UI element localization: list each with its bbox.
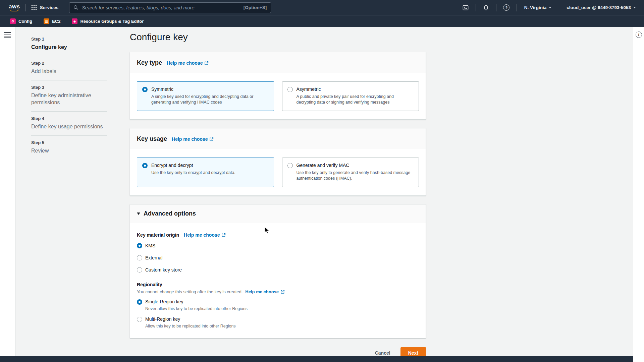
step-number: Step 1 bbox=[31, 36, 107, 42]
divider bbox=[476, 4, 476, 11]
option-description: Allow this key to be replicated into oth… bbox=[145, 323, 236, 329]
external-link-icon bbox=[209, 137, 214, 141]
key-type-option-symmetric[interactable]: Symmetric A single key used for encrypti… bbox=[137, 81, 274, 111]
step-number: Step 2 bbox=[31, 60, 107, 66]
key-material-option-kms[interactable]: KMS bbox=[137, 242, 419, 250]
favorite-label: Config bbox=[18, 19, 32, 24]
option-label: Multi-Region key bbox=[145, 316, 236, 322]
key-material-option-custom-key-store[interactable]: Custom key store bbox=[137, 266, 419, 274]
option-label: Custom key store bbox=[145, 267, 182, 273]
divider bbox=[517, 4, 517, 11]
help-button[interactable]: ? bbox=[502, 3, 511, 12]
radio-unselected[interactable] bbox=[137, 317, 142, 322]
key-type-help-link[interactable]: Help me choose bbox=[167, 60, 209, 66]
search-input[interactable]: Search for services, features, blogs, do… bbox=[69, 2, 271, 13]
key-usage-option-encrypt-decrypt[interactable]: Encrypt and decrypt Use the key only to … bbox=[137, 158, 274, 187]
step-number: Step 4 bbox=[31, 116, 107, 121]
console-footer bbox=[0, 356, 633, 362]
option-description: Use the key only to encrypt and decrypt … bbox=[151, 170, 235, 176]
option-label: Encrypt and decrypt bbox=[151, 162, 235, 169]
key-usage-card: Key usage Help me choose bbox=[130, 128, 426, 196]
favorite-label: Resource Groups & Tag Editor bbox=[80, 19, 144, 24]
divider bbox=[25, 4, 26, 11]
regionality-option-single-region[interactable]: Single-Region key Never allow this key t… bbox=[137, 299, 419, 312]
question-mark-icon: ? bbox=[503, 4, 509, 11]
triangle-down-icon bbox=[137, 213, 140, 215]
divider bbox=[496, 4, 496, 11]
radio-selected[interactable] bbox=[142, 87, 148, 92]
help-panel-strip: i bbox=[633, 27, 644, 362]
step-number: Step 5 bbox=[31, 140, 107, 145]
cloudshell-button[interactable] bbox=[461, 3, 470, 12]
favorite-resource-groups[interactable]: ◈ Resource Groups & Tag Editor bbox=[72, 18, 144, 24]
option-label: KMS bbox=[145, 243, 155, 248]
option-label: Generate and verify MAC bbox=[297, 162, 414, 169]
side-nav-strip bbox=[0, 27, 15, 356]
external-link-icon bbox=[204, 61, 209, 65]
wizard-steps-sidebar: Step 1 Configure key Step 2 Add labels S… bbox=[31, 32, 107, 360]
key-usage-help-link[interactable]: Help me choose bbox=[172, 136, 214, 142]
favorite-ec2[interactable]: ▦ EC2 bbox=[44, 18, 60, 24]
key-type-body: Symmetric A single key used for encrypti… bbox=[130, 73, 426, 119]
regionality-help-link[interactable]: Help me choose bbox=[245, 289, 285, 294]
search-placeholder: Search for services, features, blogs, do… bbox=[82, 5, 240, 10]
external-link-icon bbox=[221, 233, 226, 237]
top-navigation-bar: aws Services Search for services, featur… bbox=[0, 0, 644, 15]
step-title: Define key administrative permissions bbox=[31, 92, 107, 106]
ec2-service-icon: ▦ bbox=[44, 18, 49, 24]
info-icon[interactable]: i bbox=[636, 32, 642, 38]
radio-selected[interactable] bbox=[142, 163, 148, 168]
radio-selected[interactable] bbox=[137, 299, 142, 305]
radio-unselected[interactable] bbox=[137, 255, 142, 260]
cloudshell-terminal-icon bbox=[462, 5, 469, 11]
key-usage-header: Key usage Help me choose bbox=[130, 128, 426, 149]
wizard-step-3: Step 3 Define key administrative permiss… bbox=[31, 80, 107, 111]
step-title: Define key usage permissions bbox=[31, 123, 107, 130]
option-description: Never allow this key to be replicated in… bbox=[145, 306, 248, 312]
radio-unselected[interactable] bbox=[287, 87, 293, 92]
config-service-icon: ⚙ bbox=[10, 18, 16, 24]
radio-unselected[interactable] bbox=[287, 163, 293, 168]
option-label: Symmetric bbox=[151, 86, 269, 93]
chevron-down-icon bbox=[633, 7, 636, 8]
regionality-option-multi-region[interactable]: Multi-Region key Allow this key to be re… bbox=[137, 316, 419, 329]
advanced-options-body: Key material origin Help me choose bbox=[130, 223, 426, 338]
option-description: A single key used for encrypting and dec… bbox=[151, 94, 269, 105]
aws-console-screen: aws Services Search for services, featur… bbox=[0, 0, 644, 362]
services-label: Services bbox=[40, 5, 59, 10]
key-usage-option-generate-verify-mac[interactable]: Generate and verify MAC Use the key only… bbox=[282, 158, 419, 187]
wizard-step-4: Step 4 Define key usage permissions bbox=[31, 112, 107, 135]
advanced-options-card: Advanced options Key material origin Hel… bbox=[130, 204, 426, 338]
option-label: External bbox=[145, 255, 162, 260]
regionality-note: You cannot change this setting after the… bbox=[137, 289, 243, 294]
page-title: Configure key bbox=[130, 31, 426, 44]
hamburger-menu-icon[interactable] bbox=[4, 32, 11, 38]
cancel-button[interactable]: Cancel bbox=[375, 350, 390, 356]
search-shortcut: [Option+S] bbox=[244, 5, 267, 10]
aws-logo[interactable]: aws bbox=[9, 4, 20, 11]
account-menu[interactable]: cloud_user @ 6449-8793-5053 bbox=[565, 5, 638, 10]
notifications-button[interactable] bbox=[481, 3, 491, 12]
region-label: N. Virginia bbox=[524, 5, 547, 10]
aws-logo-text: aws bbox=[9, 4, 20, 9]
step-title: Review bbox=[31, 147, 107, 154]
main-content: Configure key Key type Help me choose bbox=[130, 31, 426, 360]
chevron-down-icon bbox=[549, 7, 551, 8]
option-description: A public and private key pair used for e… bbox=[297, 94, 414, 105]
favorite-config[interactable]: ⚙ Config bbox=[10, 18, 32, 24]
account-label: cloud_user @ 6449-8793-5053 bbox=[567, 5, 631, 10]
key-material-help-link[interactable]: Help me choose bbox=[184, 232, 226, 238]
radio-unselected[interactable] bbox=[137, 267, 142, 273]
topnav-right-group: ? N. Virginia cloud_user @ 6449-8793-505… bbox=[461, 3, 644, 12]
key-type-option-asymmetric[interactable]: Asymmetric A public and private key pair… bbox=[282, 81, 419, 111]
key-type-card: Key type Help me choose bbox=[130, 52, 426, 120]
radio-selected[interactable] bbox=[137, 243, 142, 248]
grid-icon bbox=[31, 5, 37, 10]
key-material-option-external[interactable]: External bbox=[137, 254, 419, 262]
favorite-label: EC2 bbox=[52, 19, 60, 24]
region-selector[interactable]: N. Virginia bbox=[522, 5, 554, 10]
option-label: Asymmetric bbox=[297, 86, 414, 93]
services-menu-button[interactable]: Services bbox=[31, 5, 59, 10]
key-type-header: Key type Help me choose bbox=[130, 52, 426, 73]
advanced-options-expander[interactable]: Advanced options bbox=[130, 204, 426, 223]
